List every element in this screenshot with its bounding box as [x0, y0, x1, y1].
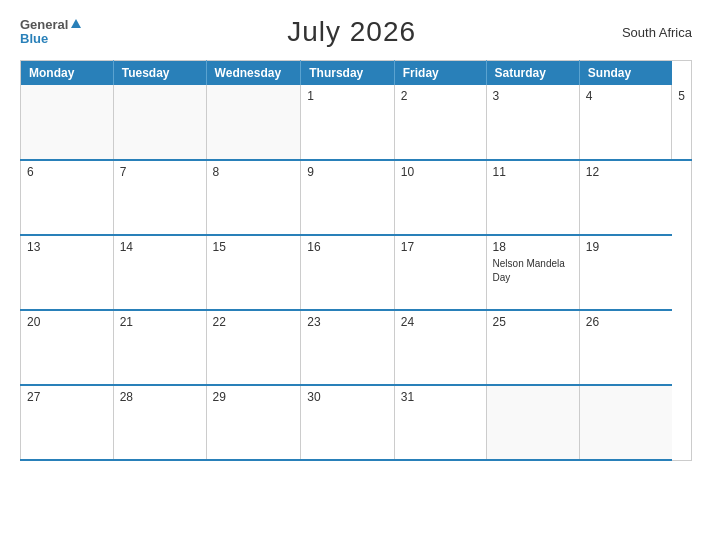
- day-number: 1: [307, 89, 388, 103]
- table-row: 4: [579, 85, 671, 160]
- table-row: [113, 85, 206, 160]
- day-number: 20: [27, 315, 107, 329]
- day-number: 5: [678, 89, 685, 103]
- day-number: 12: [586, 165, 666, 179]
- table-row: 30: [301, 385, 395, 460]
- country-label: South Africa: [622, 25, 692, 40]
- holiday-label: Nelson Mandela Day: [493, 258, 565, 283]
- day-number: 28: [120, 390, 200, 404]
- calendar-title: July 2026: [287, 16, 416, 48]
- table-row: 22: [206, 310, 301, 385]
- table-row: 6: [21, 160, 114, 235]
- table-row: 27: [21, 385, 114, 460]
- col-wednesday: Wednesday: [206, 61, 301, 86]
- calendar-week-row: 131415161718Nelson Mandela Day19: [21, 235, 692, 310]
- table-row: 11: [486, 160, 579, 235]
- calendar-header-row: Monday Tuesday Wednesday Thursday Friday…: [21, 61, 692, 86]
- day-number: 11: [493, 165, 573, 179]
- logo-general-text: General: [20, 18, 68, 32]
- table-row: 9: [301, 160, 395, 235]
- table-row: [206, 85, 301, 160]
- logo: General Blue: [20, 18, 81, 47]
- day-number: 4: [586, 89, 665, 103]
- col-monday: Monday: [21, 61, 114, 86]
- table-row: 18Nelson Mandela Day: [486, 235, 579, 310]
- day-number: 22: [213, 315, 295, 329]
- day-number: 29: [213, 390, 295, 404]
- day-number: 15: [213, 240, 295, 254]
- day-number: 30: [307, 390, 388, 404]
- day-number: 13: [27, 240, 107, 254]
- logo-blue-text: Blue: [20, 32, 48, 46]
- table-row: 3: [486, 85, 579, 160]
- day-number: 24: [401, 315, 480, 329]
- calendar-week-row: 20212223242526: [21, 310, 692, 385]
- day-number: 14: [120, 240, 200, 254]
- table-row: 2: [394, 85, 486, 160]
- day-number: 27: [27, 390, 107, 404]
- calendar-table: Monday Tuesday Wednesday Thursday Friday…: [20, 60, 692, 461]
- table-row: 20: [21, 310, 114, 385]
- table-row: 24: [394, 310, 486, 385]
- page: General Blue July 2026 South Africa Mond…: [0, 0, 712, 550]
- col-friday: Friday: [394, 61, 486, 86]
- day-number: 9: [307, 165, 388, 179]
- table-row: 7: [113, 160, 206, 235]
- table-row: 13: [21, 235, 114, 310]
- col-saturday: Saturday: [486, 61, 579, 86]
- table-row: 29: [206, 385, 301, 460]
- day-number: 2: [401, 89, 480, 103]
- table-row: 12: [579, 160, 671, 235]
- table-row: [21, 85, 114, 160]
- day-number: 25: [493, 315, 573, 329]
- col-thursday: Thursday: [301, 61, 395, 86]
- table-row: 31: [394, 385, 486, 460]
- day-number: 18: [493, 240, 573, 254]
- col-tuesday: Tuesday: [113, 61, 206, 86]
- col-sunday: Sunday: [579, 61, 671, 86]
- table-row: 16: [301, 235, 395, 310]
- day-number: 7: [120, 165, 200, 179]
- logo-triangle-icon: [71, 19, 81, 28]
- day-number: 23: [307, 315, 388, 329]
- table-row: [486, 385, 579, 460]
- day-number: 21: [120, 315, 200, 329]
- day-number: 16: [307, 240, 388, 254]
- day-number: 31: [401, 390, 480, 404]
- header: General Blue July 2026 South Africa: [20, 16, 692, 48]
- table-row: 5: [672, 85, 692, 160]
- table-row: 17: [394, 235, 486, 310]
- day-number: 6: [27, 165, 107, 179]
- table-row: 10: [394, 160, 486, 235]
- table-row: 26: [579, 310, 671, 385]
- table-row: 21: [113, 310, 206, 385]
- day-number: 10: [401, 165, 480, 179]
- table-row: 23: [301, 310, 395, 385]
- day-number: 19: [586, 240, 666, 254]
- table-row: 15: [206, 235, 301, 310]
- day-number: 3: [493, 89, 573, 103]
- table-row: 8: [206, 160, 301, 235]
- day-number: 26: [586, 315, 666, 329]
- table-row: 1: [301, 85, 395, 160]
- table-row: 25: [486, 310, 579, 385]
- day-number: 17: [401, 240, 480, 254]
- calendar-week-row: 12345: [21, 85, 692, 160]
- calendar-week-row: 2728293031: [21, 385, 692, 460]
- table-row: 19: [579, 235, 671, 310]
- table-row: 14: [113, 235, 206, 310]
- calendar-week-row: 6789101112: [21, 160, 692, 235]
- table-row: 28: [113, 385, 206, 460]
- table-row: [579, 385, 671, 460]
- day-number: 8: [213, 165, 295, 179]
